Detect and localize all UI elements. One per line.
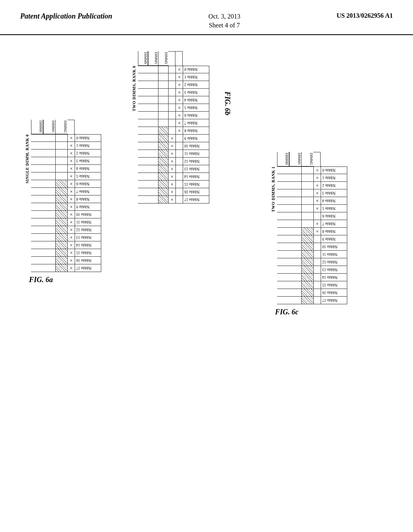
fig6c-container: Nibble 17Nibble 16Nibble 15Nibble 14Nibb… [271,152,347,304]
header-center: Oct. 3, 2013 Sheet 4 of 7 [209,12,240,30]
sheet-info: Sheet 4 of 7 [209,21,240,30]
publication-date: Oct. 3, 2013 [209,12,240,21]
patent-number: US 2013/0262956 A1 [336,12,393,19]
publication-title: Patent Application Publication [20,12,112,21]
page-header: Patent Application Publication Oct. 3, 2… [0,0,413,35]
fig6b-container: Nibble 17×Nibble 16×Nibble 15×Nibble 14×… [132,51,209,204]
fig6a-container: Nibble 17×Nibble 16×Nibble 15×Nibble 14×… [25,120,101,272]
figures-area: Nibble 17×Nibble 16×Nibble 15×Nibble 14×… [13,35,400,519]
